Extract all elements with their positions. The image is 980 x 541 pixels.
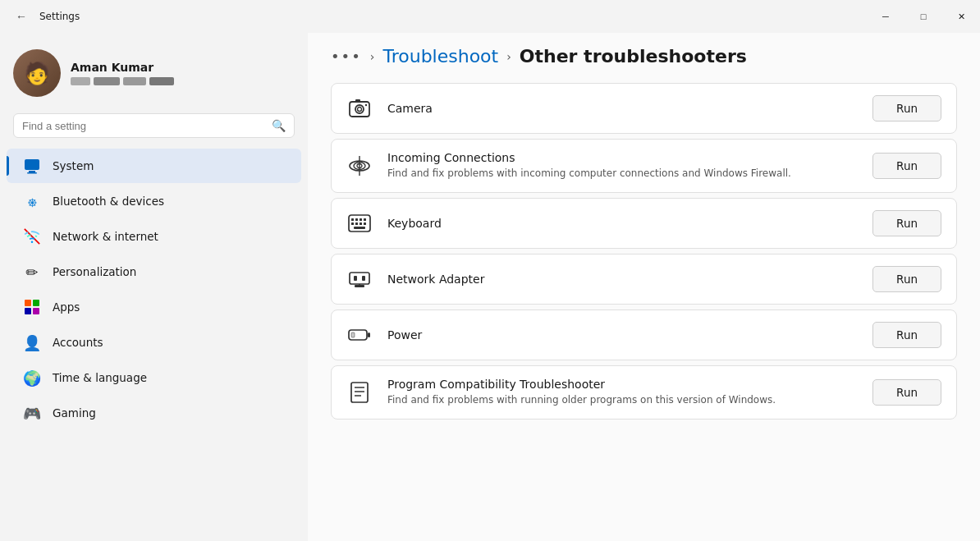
minimize-button[interactable]: ─ [867,0,904,33]
main-content: ••• › Troubleshoot › Other troubleshoote… [308,33,980,541]
camera-icon [346,95,373,121]
blur-block-3 [123,77,146,85]
svg-rect-6 [25,308,31,314]
svg-rect-23 [355,222,358,225]
program-compat-run-button[interactable]: Run [872,379,941,406]
svg-rect-26 [354,227,365,229]
sidebar-item-time[interactable]: 🌍 Time & language [7,360,301,395]
breadcrumb-arrow-2: › [506,50,511,63]
keyboard-icon [346,210,373,236]
program-compat-desc: Find and fix problems with running older… [387,393,858,407]
title-bar-left: ← Settings [10,5,80,28]
blur-block-1 [71,77,90,85]
svg-rect-8 [350,102,369,117]
maximize-button[interactable]: □ [904,0,942,33]
sidebar-item-personalization[interactable]: ✏️ Personalization [7,254,301,289]
blur-block-4 [149,77,174,85]
search-box[interactable]: 🔍 [13,113,295,138]
user-section: 🧑 Aman Kumar [0,43,308,110]
incoming-connections-run-button[interactable]: Run [872,153,941,179]
network-adapter-run-button[interactable]: Run [872,266,941,292]
blur-block-2 [94,77,120,85]
avatar: 🧑 [13,49,61,97]
troubleshooter-list: Camera Run Incoming Connections Find and [308,83,980,420]
incoming-connections-icon [346,153,373,179]
sidebar-item-apps-label: Apps [53,300,80,314]
sidebar-item-system[interactable]: System [7,149,301,183]
incoming-title: Incoming Connections [387,151,858,164]
sidebar-item-system-label: System [53,159,94,172]
search-icon: 🔍 [272,119,286,132]
sidebar-item-network[interactable]: Network & internet [7,219,301,254]
time-icon: 🌍 [23,369,41,387]
back-button[interactable]: ← [10,5,33,28]
program-compat-icon [346,379,373,406]
svg-rect-31 [362,276,365,281]
camera-title: Camera [387,102,858,115]
gaming-icon: 🎮 [23,404,41,422]
svg-rect-5 [33,300,39,306]
svg-point-9 [355,105,364,113]
svg-rect-18 [351,218,354,221]
program-compat-text: Program Compatibility Troubleshooter Fin… [387,378,858,407]
svg-point-10 [358,108,362,112]
svg-rect-11 [355,99,360,103]
sidebar-item-accounts[interactable]: 👤 Accounts [7,325,301,360]
svg-rect-33 [368,332,370,337]
svg-point-3 [31,241,34,243]
troubleshooter-keyboard: Keyboard Run [331,198,957,249]
network-icon [23,227,41,245]
svg-point-12 [365,104,367,106]
power-icon [346,322,373,348]
network-adapter-icon [346,266,373,292]
svg-rect-20 [359,218,362,221]
app-body: 🧑 Aman Kumar 🔍 System [0,33,980,541]
svg-rect-24 [359,222,362,225]
breadcrumb-troubleshoot-link[interactable]: Troubleshoot [382,46,498,66]
troubleshooter-camera: Camera Run [331,83,957,134]
power-run-button[interactable]: Run [872,322,941,348]
network-adapter-title: Network Adapter [387,273,858,286]
troubleshooter-incoming-connections: Incoming Connections Find and fix proble… [331,139,957,193]
troubleshooter-program-compat: Program Compatibility Troubleshooter Fin… [331,365,957,420]
power-text: Power [387,328,858,342]
svg-rect-0 [25,159,39,170]
svg-rect-2 [27,172,37,174]
sidebar-item-personalization-label: Personalization [53,265,136,278]
breadcrumb-arrow-1: › [370,50,375,63]
camera-run-button[interactable]: Run [872,95,941,121]
svg-rect-25 [364,222,366,225]
sidebar-nav: System ⎈ Bluetooth & devices Network & i… [0,148,308,431]
keyboard-text: Keyboard [387,217,858,230]
svg-rect-7 [33,308,39,314]
keyboard-title: Keyboard [387,217,858,230]
sidebar-item-gaming-label: Gaming [53,406,96,420]
content-header: ••• › Troubleshoot › Other troubleshoote… [308,33,980,83]
svg-rect-21 [364,218,366,221]
personalization-icon: ✏️ [23,263,41,281]
system-icon [23,157,41,175]
window-controls: ─ □ ✕ [867,0,980,33]
sidebar-item-accounts-label: Accounts [53,336,103,349]
breadcrumb-dots[interactable]: ••• [331,48,362,65]
sidebar-item-bluetooth[interactable]: ⎈ Bluetooth & devices [7,184,301,218]
page-title: Other troubleshooters [520,46,747,66]
app-title: Settings [39,11,80,22]
sidebar: 🧑 Aman Kumar 🔍 System [0,33,308,541]
camera-text: Camera [387,102,858,115]
network-adapter-text: Network Adapter [387,273,858,286]
accounts-icon: 👤 [23,333,41,351]
search-input[interactable] [22,120,265,132]
keyboard-run-button[interactable]: Run [872,210,941,236]
bluetooth-icon: ⎈ [23,192,41,210]
user-info: Aman Kumar [71,61,174,85]
close-button[interactable]: ✕ [942,0,980,33]
sidebar-item-apps[interactable]: Apps [7,290,301,324]
sidebar-item-bluetooth-label: Bluetooth & devices [53,195,164,208]
svg-rect-4 [25,300,31,306]
incoming-text: Incoming Connections Find and fix proble… [387,151,858,181]
sidebar-item-gaming[interactable]: 🎮 Gaming [7,396,301,430]
user-name: Aman Kumar [71,61,174,74]
svg-rect-27 [350,273,369,284]
troubleshooter-power: Power Run [331,309,957,360]
